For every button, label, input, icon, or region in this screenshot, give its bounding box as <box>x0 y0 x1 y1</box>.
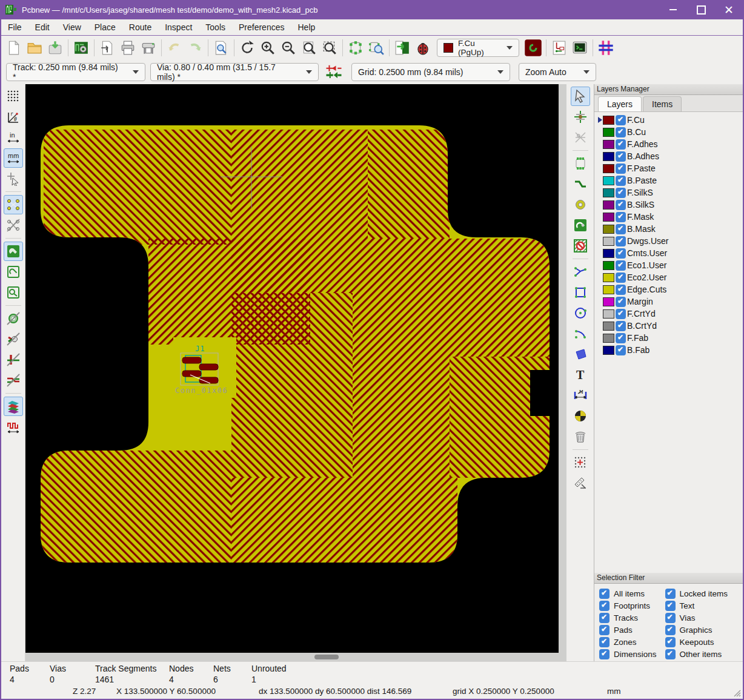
layer-row[interactable]: B.Adhes <box>598 150 744 162</box>
filter-footprints[interactable]: Footprints <box>599 601 657 611</box>
layer-visibility-checkbox[interactable] <box>616 151 626 162</box>
route-tracks-button[interactable] <box>571 174 590 194</box>
horizontal-scrollbar-thumb[interactable] <box>314 655 339 659</box>
checkbox[interactable] <box>665 601 676 611</box>
layer-color-swatch[interactable] <box>603 237 614 246</box>
checkbox[interactable] <box>665 649 676 659</box>
add-zone-button[interactable] <box>571 216 590 235</box>
layer-row[interactable]: Eco1.User <box>598 259 744 271</box>
length-tuner-button[interactable] <box>4 417 23 437</box>
menu-inspect[interactable]: Inspect <box>158 21 199 34</box>
net-inspector-button[interactable] <box>549 38 570 58</box>
zoom-dropdown[interactable]: Zoom Auto <box>519 63 596 81</box>
layer-visibility-checkbox[interactable] <box>616 236 626 246</box>
filter-other-items[interactable]: Other items <box>665 649 728 659</box>
menu-file[interactable]: File <box>1 21 28 34</box>
layer-row[interactable]: B.Mask <box>598 223 744 235</box>
layer-visibility-checkbox[interactable] <box>616 224 626 234</box>
local-ratsnest-button[interactable] <box>571 128 590 147</box>
set-origin-button[interactable] <box>571 406 590 426</box>
clearance-display-button[interactable] <box>4 371 23 390</box>
track-width-dropdown[interactable]: Track: 0.250 mm (9.84 mils) * <box>6 63 145 81</box>
layer-row[interactable]: Eco2.User <box>598 271 744 283</box>
close-button[interactable]: ✕ <box>715 0 743 19</box>
checkbox[interactable] <box>599 625 609 635</box>
zone-fill-mode-button[interactable] <box>4 242 23 261</box>
checkbox[interactable] <box>599 601 609 611</box>
checkbox[interactable] <box>665 589 676 599</box>
menu-help[interactable]: Help <box>291 21 322 34</box>
menu-preferences[interactable]: Preferences <box>232 21 291 34</box>
filter-dimensions[interactable]: Dimensions <box>599 649 657 659</box>
measure-tool-button[interactable] <box>571 474 590 493</box>
via-size-dropdown[interactable]: Via: 0.80 / 0.40 mm (31.5 / 15.7 mils) * <box>150 63 319 81</box>
layer-visibility-checkbox[interactable] <box>616 297 626 307</box>
layer-row[interactable]: B.Paste <box>598 174 744 187</box>
via-properties-button[interactable] <box>523 38 543 58</box>
draw-line-button[interactable] <box>571 262 590 282</box>
layer-color-swatch[interactable] <box>603 334 614 343</box>
draw-rectangle-button[interactable] <box>571 283 590 302</box>
high-contrast-button[interactable] <box>4 397 23 416</box>
layer-color-swatch[interactable] <box>603 176 614 185</box>
board-setup-button[interactable] <box>71 38 91 58</box>
layer-visibility-checkbox[interactable] <box>616 321 626 331</box>
select-tool-button[interactable] <box>571 87 590 106</box>
layer-row[interactable]: F.Mask <box>598 211 744 223</box>
layer-selector-dropdown[interactable]: F.Cu (PgUp) <box>437 39 519 57</box>
layer-color-swatch[interactable] <box>603 116 614 125</box>
layer-visibility-checkbox[interactable] <box>616 163 626 174</box>
add-via-button[interactable] <box>571 195 590 214</box>
layer-row[interactable]: F.Cu <box>598 114 744 126</box>
undo-button[interactable] <box>164 38 185 58</box>
draw-circle-button[interactable] <box>571 303 590 323</box>
add-keepout-button[interactable] <box>571 236 590 256</box>
drc-button[interactable] <box>413 38 433 58</box>
layer-color-swatch[interactable] <box>603 213 614 222</box>
filter-graphics[interactable]: Graphics <box>665 625 728 635</box>
layer-row[interactable]: Dwgs.User <box>598 235 744 247</box>
delete-tool-button[interactable] <box>571 427 590 446</box>
polar-coords-button[interactable]: rθ <box>4 107 23 127</box>
layer-row[interactable]: F.SilkS <box>598 187 744 199</box>
layer-color-swatch[interactable] <box>603 285 614 294</box>
filter-pads[interactable]: Pads <box>599 625 657 635</box>
grid-origin-button[interactable] <box>571 453 590 472</box>
layer-visibility-checkbox[interactable] <box>616 200 626 210</box>
add-dimension-button[interactable]: N <box>571 386 590 405</box>
layer-row[interactable]: F.Adhes <box>598 138 744 150</box>
layer-row[interactable]: Margin <box>598 296 744 308</box>
grid-dropdown[interactable]: Grid: 0.2500 mm (9.84 mils) <box>351 63 510 81</box>
add-text-button[interactable]: T <box>571 365 590 385</box>
layer-row[interactable]: F.Fab <box>598 332 744 344</box>
update-pcb-button[interactable] <box>392 38 413 58</box>
filter-all-items[interactable]: All items <box>599 589 657 599</box>
layer-color-swatch[interactable] <box>603 188 614 197</box>
layer-visibility-checkbox[interactable] <box>616 115 626 125</box>
checkbox[interactable] <box>665 613 676 623</box>
draw-polygon-button[interactable] <box>571 345 590 364</box>
zoom-selection-button[interactable] <box>319 38 340 58</box>
zone-outline-mode-button[interactable] <box>4 262 23 282</box>
layer-row[interactable]: B.SilkS <box>598 199 744 211</box>
tab-items[interactable]: Items <box>643 96 682 111</box>
checkbox[interactable] <box>599 589 609 599</box>
titlebar[interactable]: Pcbnew — /mnt/c/Users/jaseg/shared/mesh … <box>1 0 743 19</box>
checkbox[interactable] <box>599 637 609 647</box>
filter-vias[interactable]: Vias <box>665 613 728 623</box>
zoom-out-button[interactable] <box>278 38 299 58</box>
pcb-canvas[interactable]: J1 Conn_01x06 <box>25 84 566 653</box>
find-button[interactable] <box>211 38 231 58</box>
layer-color-swatch[interactable] <box>603 322 614 331</box>
filter-keepouts[interactable]: Keepouts <box>665 637 728 647</box>
layer-visibility-checkbox[interactable] <box>616 212 626 222</box>
layer-visibility-checkbox[interactable] <box>616 188 626 198</box>
menu-view[interactable]: View <box>56 21 88 34</box>
minimize-button[interactable] <box>659 0 687 19</box>
checkbox[interactable] <box>665 625 676 635</box>
via-outline-display-button[interactable] <box>4 309 23 328</box>
menu-edit[interactable]: Edit <box>28 21 56 34</box>
layer-color-swatch[interactable] <box>603 273 614 282</box>
layer-color-swatch[interactable] <box>603 225 614 234</box>
print-button[interactable] <box>118 38 138 58</box>
